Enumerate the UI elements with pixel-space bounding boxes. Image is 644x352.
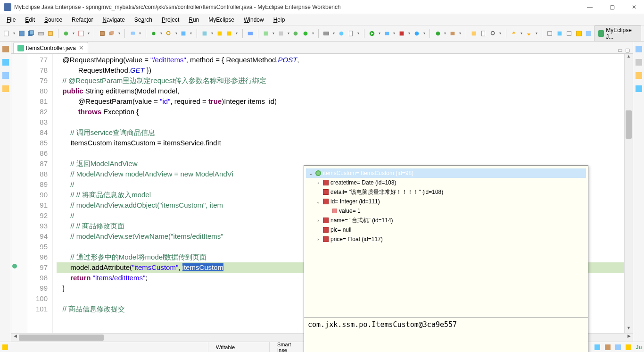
menu-file[interactable]: File bbox=[3, 16, 19, 24]
deploy-icon[interactable] bbox=[180, 29, 187, 38]
expand-icon[interactable]: › bbox=[315, 180, 321, 185]
trim-icon-3[interactable] bbox=[615, 344, 621, 351]
svg-point-14 bbox=[166, 31, 170, 34]
tree-row[interactable]: ›createtime= Date (id=103) bbox=[306, 178, 586, 187]
launch-icon[interactable] bbox=[247, 29, 254, 38]
new-dropdown[interactable]: ▾ bbox=[12, 31, 16, 35]
type-hierarchy-icon[interactable] bbox=[2, 59, 9, 66]
global-icon[interactable] bbox=[338, 29, 345, 38]
tree-row[interactable]: pic= null bbox=[306, 225, 586, 235]
maximize-view-icon[interactable]: ▢ bbox=[625, 47, 630, 53]
tree-row[interactable]: value= 1 bbox=[306, 206, 586, 216]
tree-row[interactable]: ⌄id= Integer (id=111) bbox=[306, 197, 586, 206]
print-button[interactable] bbox=[37, 29, 44, 38]
file-icon[interactable] bbox=[347, 29, 355, 38]
tree-row[interactable]: ›price= Float (id=117) bbox=[306, 235, 586, 244]
menu-source[interactable]: Source bbox=[41, 16, 66, 24]
trim-icon-4[interactable] bbox=[625, 344, 632, 351]
new-package-icon[interactable] bbox=[449, 29, 456, 38]
open-perspective-icon[interactable] bbox=[575, 29, 583, 38]
svg-rect-34 bbox=[471, 31, 476, 35]
menu-myeclipse[interactable]: MyEclipse bbox=[205, 16, 238, 24]
expand-icon[interactable]: › bbox=[315, 218, 321, 223]
svg-point-22 bbox=[294, 31, 298, 35]
hibernate-icon[interactable] bbox=[262, 29, 270, 38]
menu-help[interactable]: Help bbox=[270, 16, 289, 24]
package-icon[interactable] bbox=[98, 29, 106, 38]
minimize-view-icon[interactable]: ▭ bbox=[618, 47, 622, 53]
menu-navigate[interactable]: Navigate bbox=[99, 16, 128, 24]
java-perspective-icon[interactable] bbox=[585, 29, 592, 38]
open-type-icon[interactable] bbox=[77, 29, 85, 38]
coverage-icon[interactable] bbox=[413, 29, 421, 38]
image-preview-icon[interactable] bbox=[2, 85, 9, 92]
save-all-button[interactable] bbox=[27, 29, 35, 38]
save-button[interactable] bbox=[18, 29, 25, 38]
menu-search[interactable]: Search bbox=[131, 16, 156, 24]
show-whitespace-icon[interactable] bbox=[556, 29, 563, 38]
expand-icon[interactable]: ⌄ bbox=[315, 199, 321, 204]
pin-icon[interactable] bbox=[546, 29, 553, 38]
wizard-icon[interactable] bbox=[62, 29, 70, 38]
scroll-thumb[interactable] bbox=[626, 110, 632, 139]
tree-row[interactable]: detail= "该电脑质量非常好！！！！" (id=108) bbox=[306, 187, 586, 197]
file2-icon[interactable] bbox=[479, 29, 487, 38]
toggle-breadcrumb-icon[interactable] bbox=[565, 29, 573, 38]
marker-column[interactable] bbox=[11, 54, 18, 333]
spring-icon[interactable] bbox=[292, 29, 299, 38]
expand-icon[interactable]: › bbox=[315, 237, 321, 242]
minimap-icon[interactable] bbox=[635, 59, 643, 66]
debug-icon[interactable] bbox=[383, 29, 390, 38]
field-icon bbox=[323, 227, 329, 233]
build-button[interactable] bbox=[47, 29, 54, 38]
wizard2-icon[interactable] bbox=[277, 29, 284, 38]
debug-tree[interactable]: ⌄ itemsCustom= ItemsCustom (id=98) ›crea… bbox=[304, 166, 588, 317]
trim-icon-1[interactable] bbox=[594, 344, 601, 351]
packages-icon[interactable] bbox=[108, 29, 116, 38]
genuity-icon[interactable] bbox=[216, 29, 223, 38]
close-button[interactable]: ✕ bbox=[628, 4, 640, 10]
tree-row[interactable]: ›name= "台式机" (id=114) bbox=[306, 216, 586, 225]
task-list-icon[interactable] bbox=[635, 72, 643, 79]
minimize-button[interactable]: — bbox=[583, 4, 596, 10]
camera-icon[interactable] bbox=[322, 29, 330, 38]
maximize-button[interactable]: ▢ bbox=[606, 4, 619, 10]
editor-tab[interactable]: ItemsController.java ✕ bbox=[13, 42, 88, 53]
search-icon[interactable] bbox=[165, 29, 173, 38]
menu-run[interactable]: Run bbox=[185, 16, 203, 24]
collapse-icon[interactable]: ⌄ bbox=[308, 171, 314, 176]
vertical-scrollbar[interactable]: ▲ ▼ bbox=[624, 54, 633, 333]
menu-refactor[interactable]: Refactor bbox=[68, 16, 97, 24]
breakpoint-icon[interactable] bbox=[12, 264, 17, 268]
progress-icon[interactable] bbox=[2, 344, 8, 351]
db-icon[interactable] bbox=[129, 29, 136, 38]
ext-tools-icon[interactable] bbox=[398, 29, 405, 38]
run-server-icon[interactable] bbox=[201, 29, 208, 38]
menu-window[interactable]: Window bbox=[240, 16, 268, 24]
toggle-icon[interactable] bbox=[470, 29, 478, 38]
outline-icon[interactable] bbox=[635, 45, 643, 53]
new-button[interactable] bbox=[3, 29, 10, 38]
new-class-icon[interactable] bbox=[434, 29, 441, 38]
svg-rect-30 bbox=[400, 31, 404, 35]
genuity2-icon[interactable] bbox=[225, 29, 233, 38]
close-tab-icon[interactable]: ✕ bbox=[79, 44, 84, 51]
tree-row-root[interactable]: ⌄ itemsCustom= ItemsCustom (id=98) bbox=[306, 168, 586, 178]
package-explorer-icon[interactable] bbox=[2, 45, 9, 53]
hscroll-thumb[interactable] bbox=[19, 335, 104, 341]
servers-icon[interactable] bbox=[2, 72, 9, 79]
web-icon[interactable] bbox=[302, 29, 309, 38]
perspective-button[interactable]: MyEclipse J... bbox=[594, 25, 641, 42]
bug-icon[interactable] bbox=[150, 29, 157, 38]
prev-ann-icon[interactable] bbox=[525, 29, 533, 38]
menu-project[interactable]: Project bbox=[158, 16, 183, 24]
trim-icon-ju[interactable]: Ju bbox=[636, 344, 642, 351]
debug-detail-pane[interactable]: com.jxk.ssm.po.ItemsCustom@3ca9e557 bbox=[304, 317, 588, 352]
folding-ruler[interactable] bbox=[18, 54, 27, 333]
properties-icon[interactable] bbox=[635, 85, 643, 92]
run-icon[interactable] bbox=[368, 29, 376, 38]
search2-icon[interactable] bbox=[489, 29, 496, 38]
next-ann-icon[interactable] bbox=[510, 29, 518, 38]
trim-icon-2[interactable] bbox=[604, 344, 611, 351]
menu-edit[interactable]: Edit bbox=[21, 16, 39, 24]
